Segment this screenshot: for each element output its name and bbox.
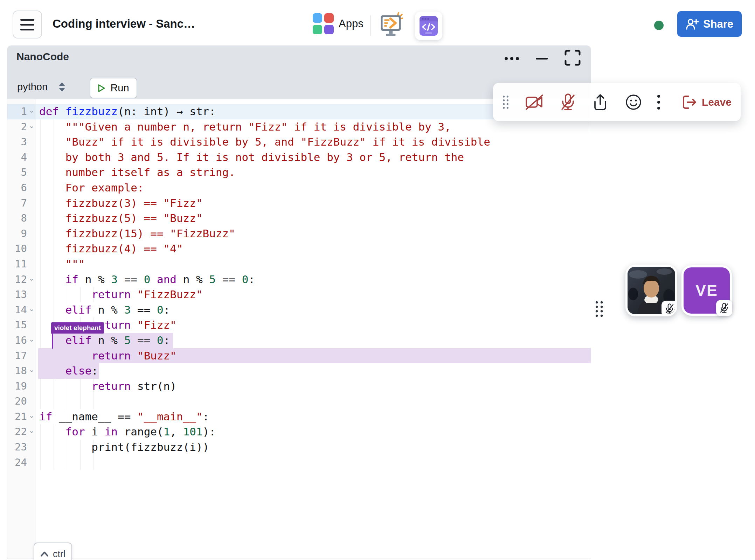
code-line[interactable]: return "Buzz" bbox=[35, 348, 591, 364]
code-line[interactable]: by both 3 and 5. If it is not divisible … bbox=[35, 150, 591, 165]
code-line[interactable]: return str(n) bbox=[35, 379, 591, 394]
line-number: 17 bbox=[15, 348, 27, 364]
apps-button[interactable]: Apps bbox=[313, 10, 363, 37]
mic-off-icon bbox=[720, 303, 729, 313]
line-number: 18 bbox=[15, 363, 27, 379]
code-line[interactable]: if n % 3 == 0 and n % 5 == 0: bbox=[35, 272, 591, 287]
leave-label: Leave bbox=[702, 96, 732, 108]
participants-drag-handle[interactable] bbox=[595, 300, 604, 319]
more-options-button[interactable] bbox=[657, 94, 660, 110]
gutter-line: 21⌄ bbox=[7, 409, 35, 425]
code-line-text: return str(n) bbox=[39, 380, 176, 392]
fold-toggle-icon[interactable]: ⌄ bbox=[28, 427, 35, 434]
indent-guide bbox=[40, 394, 41, 409]
indent-guide bbox=[93, 394, 94, 409]
code-line-text: "Buzz" if it is divisible by 5, and "Fiz… bbox=[39, 135, 490, 148]
mic-off-button[interactable] bbox=[560, 93, 576, 111]
connection-status-dot bbox=[654, 21, 664, 30]
gutter-line: 17 bbox=[7, 348, 35, 364]
smiley-icon bbox=[625, 94, 642, 110]
camera-off-button[interactable] bbox=[525, 94, 543, 110]
line-number: 5 bbox=[21, 165, 27, 180]
fold-toggle-icon[interactable]: ⌄ bbox=[28, 274, 35, 282]
code-line[interactable]: fizzbuzz(5) == "Buzz" bbox=[35, 211, 591, 226]
run-button[interactable]: Run bbox=[90, 78, 137, 98]
participant-video-tile[interactable] bbox=[625, 265, 677, 316]
line-number: 13 bbox=[15, 287, 27, 302]
code-line[interactable] bbox=[35, 455, 591, 470]
code-editor-app-button-active[interactable] bbox=[415, 12, 442, 40]
indent-guide bbox=[54, 394, 54, 409]
fold-toggle-icon[interactable]: ⌄ bbox=[28, 335, 35, 343]
gutter-line: 23 bbox=[7, 440, 35, 455]
fold-toggle-icon[interactable]: ⌄ bbox=[28, 305, 35, 312]
gutter-line: 15 bbox=[7, 317, 35, 333]
code-editor[interactable]: 1⌄2⌄3456789101112⌄1314⌄1516⌄1718⌄192021⌄… bbox=[7, 99, 591, 559]
reactions-button[interactable] bbox=[625, 94, 642, 110]
code-line-text: def fizzbuzz(n: int) → str: bbox=[39, 105, 216, 118]
line-number: 15 bbox=[15, 317, 27, 333]
code-line[interactable]: "Buzz" if it is divisible by 5, and "Fiz… bbox=[35, 134, 591, 150]
apps-grid-icon bbox=[313, 13, 334, 34]
code-line[interactable]: fizzbuzz(15) == "FizzBuzz" bbox=[35, 226, 591, 241]
screenshare-app-button[interactable] bbox=[378, 11, 405, 38]
line-number: 7 bbox=[21, 196, 27, 211]
divider bbox=[370, 15, 371, 36]
code-line-text: """ bbox=[39, 258, 85, 270]
code-line-text: if __name__ == "__main__": bbox=[39, 410, 209, 423]
code-line-text: if n % 3 == 0 and n % 5 == 0: bbox=[39, 273, 255, 286]
code-line[interactable]: violet elephant elif n % 5 == 0: bbox=[35, 333, 591, 348]
code-line-text: number itself as a string. bbox=[39, 166, 235, 178]
code-line[interactable]: else: bbox=[35, 363, 591, 379]
code-line[interactable]: """Given a number n, return "Fizz" if it… bbox=[35, 119, 591, 135]
panel-more-options-icon[interactable] bbox=[502, 51, 521, 65]
share-screen-button[interactable] bbox=[593, 94, 607, 111]
code-line[interactable]: For example: bbox=[35, 180, 591, 196]
gutter-line: 18⌄ bbox=[7, 363, 35, 379]
line-number: 12 bbox=[15, 272, 27, 287]
code-line[interactable]: if __name__ == "__main__": bbox=[35, 409, 591, 425]
share-meeting-button[interactable]: Share bbox=[677, 11, 742, 37]
language-select[interactable]: python bbox=[17, 78, 65, 96]
share-screen-icon bbox=[593, 94, 607, 111]
fold-toggle-icon[interactable]: ⌄ bbox=[28, 412, 35, 419]
leave-button[interactable]: Leave bbox=[682, 95, 732, 110]
code-line[interactable]: for i in range(1, 101): bbox=[35, 424, 591, 440]
line-number: 10 bbox=[15, 241, 27, 257]
indent-guide bbox=[67, 394, 67, 409]
main-menu-button[interactable] bbox=[13, 10, 42, 38]
fold-toggle-icon[interactable]: ⌄ bbox=[28, 122, 35, 129]
toolbar-drag-handle[interactable] bbox=[502, 92, 509, 112]
code-line-text: fizzbuzz(5) == "Buzz" bbox=[39, 212, 203, 224]
code-line[interactable]: print(fizzbuzz(i)) bbox=[35, 440, 591, 455]
code-line[interactable]: return "FizzBuzz" bbox=[35, 287, 591, 302]
line-number: 6 bbox=[21, 180, 27, 196]
camera-off-icon bbox=[525, 94, 543, 110]
ctrl-key-shortcut-pill[interactable]: ctrl bbox=[34, 542, 72, 560]
code-line[interactable]: fizzbuzz(4) == "4" bbox=[35, 241, 591, 257]
fold-toggle-icon[interactable]: ⌄ bbox=[28, 106, 35, 114]
code-line-text: elif n % 5 == 0: bbox=[39, 334, 170, 346]
gutter-line: 11 bbox=[7, 257, 35, 272]
kebab-icon bbox=[657, 94, 660, 110]
code-line[interactable]: """ bbox=[35, 257, 591, 272]
panel-minimize-icon[interactable] bbox=[533, 51, 550, 65]
code-line[interactable]: number itself as a string. bbox=[35, 165, 591, 180]
code-line[interactable]: fizzbuzz(3) == "Fizz" bbox=[35, 196, 591, 211]
code-line[interactable] bbox=[35, 394, 591, 409]
gutter-line: 8 bbox=[7, 211, 35, 226]
participant-initials-tile[interactable]: VE bbox=[681, 265, 732, 316]
line-number: 9 bbox=[21, 226, 27, 241]
mute-badge bbox=[716, 300, 732, 316]
code-line[interactable]: return "Fizz" bbox=[35, 317, 591, 333]
code-line[interactable]: elif n % 3 == 0: bbox=[35, 302, 591, 318]
add-person-icon bbox=[686, 18, 699, 30]
fold-toggle-icon[interactable]: ⌄ bbox=[28, 366, 35, 373]
code-line-text: by both 3 and 5. If it is not divisible … bbox=[39, 151, 464, 163]
line-number: 22 bbox=[15, 424, 27, 440]
gutter-line: 2⌄ bbox=[7, 119, 35, 135]
gutter-line: 6 bbox=[7, 180, 35, 196]
gutter-line: 7 bbox=[7, 196, 35, 211]
run-label: Run bbox=[110, 82, 129, 94]
panel-fullscreen-icon[interactable] bbox=[563, 49, 582, 67]
